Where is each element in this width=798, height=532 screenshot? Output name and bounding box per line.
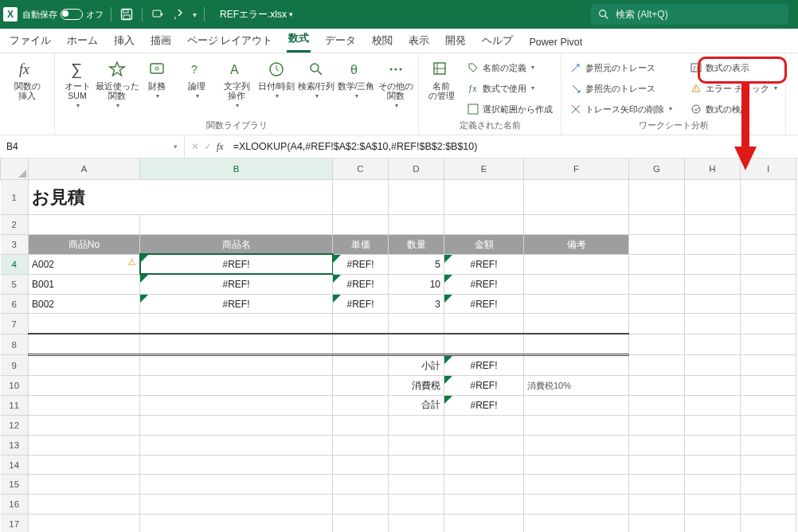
evaluate-formula-button[interactable]: 数式の検証	[685, 100, 782, 119]
select-all-button[interactable]	[1, 158, 29, 179]
cell[interactable]: 5	[389, 254, 444, 274]
cell[interactable]: 消費税	[389, 376, 444, 396]
cell[interactable]: #REF!	[444, 254, 524, 274]
row-header[interactable]: 17	[1, 514, 29, 532]
tab-insert[interactable]: 挿入	[112, 29, 136, 53]
insert-function-button[interactable]: fx 関数の 挿入	[8, 57, 46, 103]
fx-icon[interactable]: fx	[217, 141, 224, 153]
redo-icon[interactable]	[170, 6, 186, 22]
autosave-toggle[interactable]: 自動保存 オフ	[22, 9, 104, 21]
use-in-formula-button[interactable]: ƒx数式で使用	[462, 79, 557, 98]
cell[interactable]: #REF!	[140, 274, 333, 294]
cell[interactable]: 10	[389, 274, 444, 294]
spreadsheet-grid[interactable]: A B C D E F G H I 1 お見積 2 3 商品No 商品名 単価 …	[0, 158, 798, 532]
cell[interactable]: #REF!	[444, 396, 524, 416]
row-header[interactable]: 4	[1, 254, 29, 274]
cell[interactable]: 数量	[389, 235, 444, 255]
cell[interactable]: #REF!	[140, 294, 333, 314]
row-header[interactable]: 9	[1, 355, 29, 376]
cell[interactable]: B001	[29, 274, 140, 294]
cell[interactable]: #REF!	[444, 294, 524, 314]
cell[interactable]: 金額	[444, 235, 524, 255]
search-box[interactable]: 検索 (Alt+Q)	[591, 4, 788, 25]
cell[interactable]: #REF!	[333, 254, 389, 274]
col-header[interactable]: C	[333, 158, 389, 179]
row-header[interactable]: 6	[1, 294, 29, 314]
formula-input[interactable]: =XLOOKUP(A4,#REF!$A$2:$A$10,#REF!$B$2:$B…	[230, 141, 478, 152]
name-manager-button[interactable]: 名前 の管理	[422, 57, 460, 103]
cell[interactable]	[524, 294, 629, 314]
filename[interactable]: REFエラー.xlsx▾	[220, 8, 293, 22]
row-header[interactable]: 16	[1, 495, 29, 514]
tab-data[interactable]: データ	[323, 29, 358, 53]
recent-functions-button[interactable]: 最近使った 関数	[98, 57, 136, 111]
financial-button[interactable]: 財務	[138, 57, 176, 102]
row-header[interactable]: 13	[1, 435, 29, 455]
tab-view[interactable]: 表示	[407, 29, 431, 53]
cell[interactable]: 3	[389, 294, 444, 314]
create-from-selection-button[interactable]: 選択範囲から作成	[462, 100, 557, 119]
row-header[interactable]: 15	[1, 475, 29, 495]
col-header[interactable]: H	[685, 158, 741, 179]
col-header[interactable]: D	[389, 158, 444, 179]
cell[interactable]: 備考	[524, 235, 629, 255]
row-header[interactable]: 8	[1, 334, 29, 354]
tab-home[interactable]: ホーム	[65, 29, 100, 53]
save-icon[interactable]	[119, 6, 135, 22]
date-time-button[interactable]: 日付/時刻	[257, 57, 295, 102]
tab-page-layout[interactable]: ページ レイアウト	[186, 29, 274, 53]
row-header[interactable]: 1	[1, 179, 29, 214]
cell[interactable]	[524, 274, 629, 294]
cell[interactable]: 商品名	[140, 235, 333, 255]
cell[interactable]: 合計	[389, 396, 444, 416]
cell[interactable]: #REF!	[333, 294, 389, 314]
confirm-icon[interactable]: ✓	[204, 141, 212, 152]
row-header[interactable]: 12	[1, 415, 29, 435]
tab-file[interactable]: ファイル	[8, 29, 53, 53]
trace-precedents-button[interactable]: 参照元のトレース	[565, 58, 677, 77]
cell[interactable]	[524, 254, 629, 274]
col-header[interactable]: B	[140, 158, 333, 179]
tab-formulas[interactable]: 数式	[287, 27, 311, 53]
row-header[interactable]: 10	[1, 376, 29, 396]
cancel-icon[interactable]: ✕	[191, 141, 199, 152]
cell[interactable]: #REF!	[333, 274, 389, 294]
cell[interactable]: 商品No	[29, 235, 140, 255]
lookup-button[interactable]: 検索/行列	[297, 57, 335, 102]
cell[interactable]: #REF!	[444, 376, 524, 396]
cell[interactable]: お見積	[29, 179, 333, 214]
math-trig-button[interactable]: θ数学/三角	[337, 57, 375, 102]
cell[interactable]: B002	[29, 294, 140, 314]
col-header[interactable]: G	[629, 158, 685, 179]
col-header[interactable]: A	[29, 158, 140, 179]
row-header[interactable]: 3	[1, 235, 29, 255]
error-checking-button[interactable]: !エラー チェック	[685, 79, 782, 98]
row-header[interactable]: 11	[1, 396, 29, 416]
name-box[interactable]: B4▾	[0, 135, 185, 158]
col-header[interactable]: I	[741, 158, 796, 179]
more-functions-button[interactable]: その他の 関数	[377, 57, 415, 111]
row-header[interactable]: 5	[1, 274, 29, 294]
define-name-button[interactable]: 名前の定義	[462, 58, 557, 77]
undo-icon[interactable]	[150, 6, 166, 22]
row-header[interactable]: 14	[1, 455, 29, 475]
cell[interactable]: 小計	[389, 355, 444, 376]
col-header[interactable]: E	[444, 158, 524, 179]
row-header[interactable]: 2	[1, 215, 29, 235]
tab-power-pivot[interactable]: Power Pivot	[527, 32, 584, 53]
trace-dependents-button[interactable]: 参照先のトレース	[565, 79, 677, 98]
remove-arrows-button[interactable]: トレース矢印の削除	[565, 100, 677, 119]
text-button[interactable]: A文字列 操作	[217, 57, 256, 111]
tab-help[interactable]: ヘルプ	[480, 29, 514, 53]
logical-button[interactable]: ?論理	[178, 57, 216, 102]
tab-review[interactable]: 校閲	[370, 29, 394, 53]
row-header[interactable]: 7	[1, 314, 29, 334]
cell[interactable]: 消費税10%	[524, 376, 629, 396]
cell[interactable]: 単価	[333, 235, 389, 255]
col-header[interactable]: F	[524, 158, 629, 179]
show-formulas-button[interactable]: ƒx数式の表示	[685, 58, 782, 77]
tab-draw[interactable]: 描画	[149, 29, 173, 53]
cell[interactable]: #REF!	[444, 274, 524, 294]
cell[interactable]: #REF!	[444, 355, 524, 376]
autosum-button[interactable]: ∑オート SUM	[58, 57, 96, 111]
